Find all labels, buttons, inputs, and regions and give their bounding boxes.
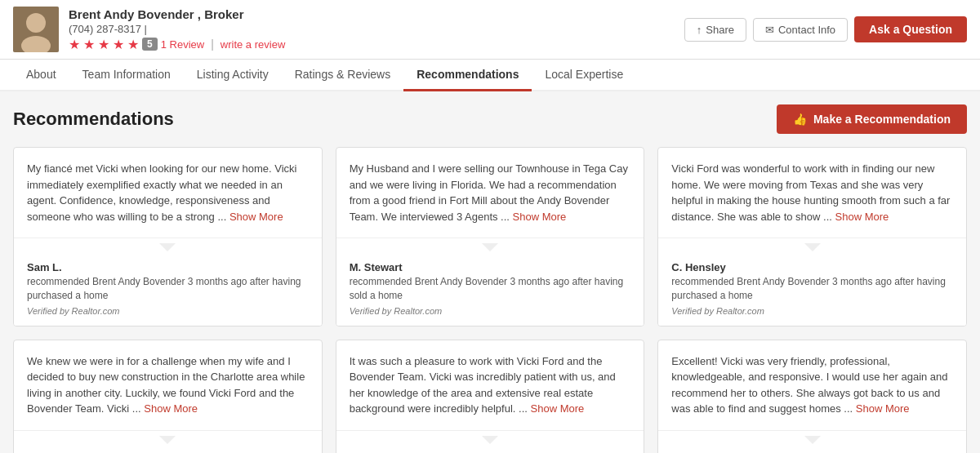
notch-2 — [658, 238, 966, 251]
rec-body-3: We knew we were in for a challenge when … — [14, 340, 322, 431]
rec-sub-2: recommended Brent Andy Bovender 3 months… — [671, 275, 953, 303]
broker-profile: Brent Andy Bovender , Broker (704) 287-8… — [13, 7, 285, 52]
show-more-3[interactable]: Show More — [144, 402, 198, 415]
rec-verified-2: Verified by Realtor.com — [671, 306, 953, 316]
svg-point-1 — [26, 13, 46, 33]
show-more-0[interactable]: Show More — [229, 211, 283, 223]
rec-author-1: M. Stewart — [350, 261, 631, 273]
rec-footer-5 — [658, 444, 966, 453]
page-header: Brent Andy Bovender , Broker (704) 287-8… — [0, 0, 980, 60]
rec-card-5: Excellent! Vicki was very friendly, prof… — [657, 340, 967, 453]
broker-phone-row: (704) 287-8317 | — [69, 23, 285, 35]
contact-label: Contact Info — [778, 24, 835, 36]
rec-footer-3: D. McGan — [14, 444, 322, 453]
main-nav: About Team Information Listing Activity … — [0, 60, 980, 91]
make-recommendation-button[interactable]: 👍 Make a Recommendation — [777, 104, 967, 134]
recommendations-grid: My fiancé met Vicki when looking for our… — [13, 147, 967, 453]
header-actions: ↑ Share ✉ Contact Info Ask a Question — [684, 16, 967, 42]
notch-1 — [336, 238, 644, 251]
rec-body-4: It was such a pleasure to work with Vick… — [336, 340, 644, 431]
rec-card-4: It was such a pleasure to work with Vick… — [336, 340, 645, 453]
stars-row: ★ ★ ★ ★ ★ 5 1 Review | write a review — [69, 37, 285, 52]
nav-team-information[interactable]: Team Information — [69, 60, 184, 91]
rec-card-3: We knew we were in for a challenge when … — [13, 340, 323, 453]
rec-footer-2: C. Hensley recommended Brent Andy Bovend… — [658, 251, 966, 326]
star-5: ★ — [127, 37, 139, 52]
rec-footer-4: Suzanne Chmielinski — [336, 444, 644, 453]
notch-5 — [658, 431, 966, 444]
share-icon: ↑ — [697, 24, 702, 36]
thumbsup-icon: 👍 — [793, 113, 807, 126]
rec-footer-0: Sam L. recommended Brent Andy Bovender 3… — [14, 251, 322, 326]
nav-about[interactable]: About — [13, 60, 69, 91]
avatar — [13, 7, 59, 52]
rec-text-1: My Husband and I were selling our Townho… — [350, 162, 628, 223]
review-divider: | — [211, 38, 214, 51]
review-badge: 5 — [142, 38, 158, 51]
star-3: ★ — [98, 37, 109, 52]
nav-ratings-reviews[interactable]: Ratings & Reviews — [282, 60, 404, 91]
show-more-5[interactable]: Show More — [856, 402, 910, 415]
share-label: Share — [706, 24, 734, 36]
make-rec-label: Make a Recommendation — [813, 113, 951, 126]
nav-recommendations[interactable]: Recommendations — [403, 60, 532, 91]
main-content: Recommendations 👍 Make a Recommendation … — [0, 91, 980, 453]
broker-info: Brent Andy Bovender , Broker (704) 287-8… — [69, 7, 285, 52]
rec-body-5: Excellent! Vicki was very friendly, prof… — [658, 340, 966, 431]
review-count[interactable]: 1 Review — [161, 38, 204, 51]
star-2: ★ — [83, 37, 95, 52]
rec-body-2: Vicki Ford was wonderful to work with in… — [658, 148, 966, 238]
broker-phone: (704) 287-8317 — [69, 23, 141, 35]
mail-icon: ✉ — [765, 24, 774, 36]
rec-footer-1: M. Stewart recommended Brent Andy Bovend… — [336, 251, 644, 326]
rec-author-0: Sam L. — [27, 261, 309, 273]
share-button[interactable]: ↑ Share — [684, 18, 746, 42]
rec-body-0: My fiancé met Vicki when looking for our… — [14, 148, 322, 238]
show-more-1[interactable]: Show More — [513, 211, 567, 223]
rec-sub-0: recommended Brent Andy Bovender 3 months… — [27, 275, 309, 303]
notch-4 — [336, 431, 644, 444]
nav-local-expertise[interactable]: Local Expertise — [532, 60, 636, 91]
rec-card-1: My Husband and I were selling our Townho… — [336, 147, 645, 326]
rec-text-2: Vicki Ford was wonderful to work with in… — [671, 162, 950, 223]
write-review-link[interactable]: write a review — [220, 38, 285, 51]
phone-divider: | — [145, 23, 147, 35]
nav-listing-activity[interactable]: Listing Activity — [184, 60, 282, 91]
broker-name: Brent Andy Bovender , Broker — [69, 7, 285, 21]
notch-0 — [14, 238, 322, 251]
rec-body-1: My Husband and I were selling our Townho… — [336, 148, 644, 238]
section-title: Recommendations — [13, 109, 174, 130]
section-header: Recommendations 👍 Make a Recommendation — [13, 104, 967, 134]
rec-sub-1: recommended Brent Andy Bovender 3 months… — [350, 275, 631, 303]
contact-button[interactable]: ✉ Contact Info — [753, 18, 848, 42]
star-4: ★ — [113, 37, 124, 52]
notch-3 — [14, 431, 322, 444]
rec-author-2: C. Hensley — [671, 261, 953, 273]
rec-card-2: Vicki Ford was wonderful to work with in… — [657, 147, 967, 326]
rec-verified-1: Verified by Realtor.com — [350, 306, 631, 316]
rec-card-0: My fiancé met Vicki when looking for our… — [13, 147, 323, 326]
star-1: ★ — [69, 37, 80, 52]
ask-question-button[interactable]: Ask a Question — [854, 16, 967, 42]
show-more-4[interactable]: Show More — [531, 402, 585, 415]
show-more-2[interactable]: Show More — [835, 211, 889, 223]
rec-verified-0: Verified by Realtor.com — [27, 306, 309, 316]
ask-label: Ask a Question — [869, 23, 952, 36]
